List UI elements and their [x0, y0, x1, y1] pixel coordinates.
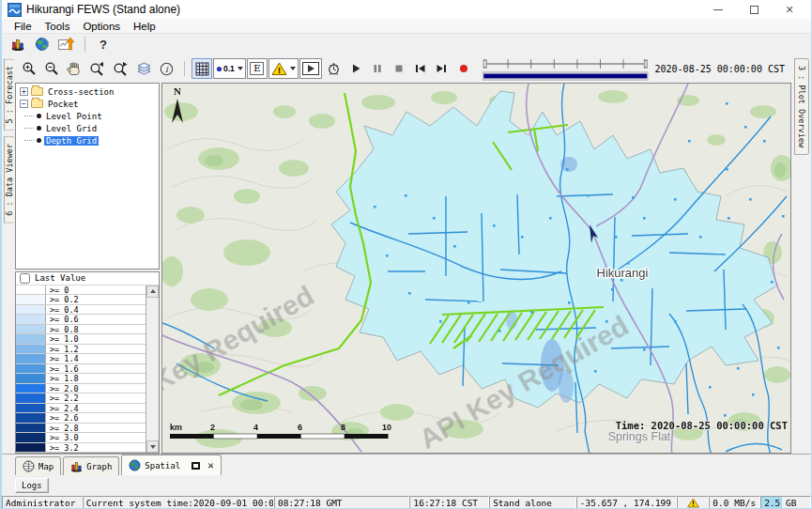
- tree-leaf[interactable]: Depth Grid: [16, 134, 159, 147]
- timer-button[interactable]: [323, 58, 345, 79]
- tree-folder[interactable]: −Pocket: [16, 98, 159, 110]
- zoom-next-button[interactable]: [110, 58, 132, 79]
- legend-row[interactable]: >= 0.6: [16, 315, 146, 325]
- layers-button[interactable]: [133, 58, 155, 79]
- pause-icon: [371, 62, 384, 75]
- legend-row[interactable]: >= 2.4: [16, 404, 146, 414]
- zoom-in-icon: [22, 61, 38, 77]
- play-button[interactable]: [345, 58, 366, 79]
- legend-color-swatch: [16, 354, 46, 363]
- spatial-display-button[interactable]: [54, 35, 79, 54]
- stop-button[interactable]: [389, 58, 409, 79]
- legend-color-swatch: [16, 364, 46, 374]
- legend-row[interactable]: >= 1.0: [16, 334, 146, 345]
- tab-data-viewer[interactable]: 6 : Data Viewer: [4, 136, 14, 224]
- legend-color-swatch: [16, 374, 46, 383]
- database-viewer-button[interactable]: [6, 35, 30, 54]
- legend-row[interactable]: >= 0.8: [16, 325, 146, 335]
- legend-row[interactable]: >= 3.2: [16, 443, 146, 454]
- legend-row[interactable]: >= 2.6: [16, 413, 146, 424]
- app-window: Hikurangi FEWS (Stand alone) ✕ File Tool…: [0, 0, 812, 509]
- status-memory[interactable]: 2.5 GB: [760, 496, 811, 509]
- legend-scrollbar[interactable]: [146, 285, 159, 454]
- pan-button[interactable]: [64, 58, 85, 79]
- minimize-icon[interactable]: [700, 1, 736, 18]
- tree-leaf[interactable]: Level Grid: [16, 122, 159, 134]
- svg-text:i: i: [165, 65, 169, 74]
- status-mode: Stand alone: [489, 496, 576, 509]
- dock-maximize-icon[interactable]: [192, 462, 200, 470]
- tree-leaf-label[interactable]: Depth Grid: [44, 136, 99, 146]
- grid-button[interactable]: [192, 58, 212, 79]
- title-bar[interactable]: Hikurangi FEWS (Stand alone) ✕: [2, 0, 811, 19]
- tree-folder[interactable]: +Cross-section: [16, 85, 159, 98]
- warnings-button[interactable]: !: [268, 58, 299, 79]
- zoom-previous-button[interactable]: [86, 58, 109, 79]
- legend-row[interactable]: >= 0: [16, 285, 146, 296]
- map-canvas[interactable]: API Key Required API Key Required N Hiku…: [162, 84, 791, 454]
- legend-color-swatch: [16, 424, 46, 433]
- step-forward-button[interactable]: [432, 58, 452, 79]
- data-panel: +Cross-section−PocketLevel PointLevel Gr…: [15, 83, 161, 454]
- tab-plot-overview[interactable]: 3 : Plot Overview: [794, 58, 809, 155]
- status-warning-cell[interactable]: !: [677, 496, 709, 509]
- logs-button[interactable]: Logs: [15, 478, 49, 493]
- scroll-up-icon[interactable]: [146, 285, 159, 298]
- logs-row: Logs: [2, 475, 811, 496]
- map-view[interactable]: API Key Required API Key Required N Hiku…: [161, 83, 791, 454]
- threshold-value-label: 0.1: [223, 64, 235, 73]
- expand-toggle-icon[interactable]: −: [20, 100, 28, 108]
- tab-graph[interactable]: Graph: [63, 456, 119, 475]
- toolbar-separator: [84, 37, 85, 52]
- legend-row[interactable]: >= 0.2: [16, 295, 146, 305]
- tab-forecast[interactable]: 5 : Forecast: [4, 58, 14, 131]
- record-button[interactable]: [453, 58, 474, 79]
- legend-row[interactable]: >= 1.8: [16, 374, 146, 384]
- threshold-value-button[interactable]: 0.1: [213, 58, 246, 79]
- close-icon[interactable]: ✕: [772, 1, 807, 18]
- expand-toggle-icon[interactable]: +: [20, 87, 28, 96]
- help-button[interactable]: ?: [91, 35, 115, 54]
- tab-spatial[interactable]: Spatial ✕: [121, 455, 222, 475]
- legend-color-swatch: [16, 334, 46, 344]
- menu-options[interactable]: Options: [76, 21, 127, 32]
- dock-close-icon[interactable]: ✕: [207, 459, 214, 471]
- scroll-down-icon[interactable]: [146, 440, 159, 453]
- last-value-checkbox[interactable]: [20, 273, 30, 284]
- tree-folder-label[interactable]: Pocket: [46, 100, 81, 109]
- legend-row[interactable]: >= 1.2: [16, 345, 146, 355]
- step-forward-icon: [435, 62, 449, 75]
- pause-button[interactable]: [367, 58, 388, 79]
- legend-row[interactable]: >= 2.2: [16, 393, 146, 404]
- play-icon: [349, 62, 362, 75]
- zoom-in-button[interactable]: [19, 58, 40, 79]
- menu-tools[interactable]: Tools: [38, 21, 77, 32]
- tree-folder-label[interactable]: Cross-section: [46, 87, 115, 97]
- legend-row[interactable]: >= 2.0: [16, 384, 146, 394]
- legend-row[interactable]: >= 3.0: [16, 433, 146, 443]
- tree-leaf[interactable]: Level Point: [16, 110, 159, 122]
- tab-map[interactable]: Map: [15, 456, 61, 475]
- info-button[interactable]: i: [156, 58, 177, 79]
- legend-row[interactable]: >= 2.8: [16, 424, 146, 434]
- legend-value-label: >= 2.4: [46, 404, 79, 413]
- threshold-dot-icon: [216, 66, 222, 72]
- menu-file[interactable]: File: [8, 21, 38, 32]
- step-backward-button[interactable]: [410, 58, 431, 79]
- map-display-button[interactable]: [30, 35, 54, 54]
- labels-button[interactable]: E: [247, 58, 268, 79]
- animation-button[interactable]: [299, 58, 322, 79]
- grid-icon: [195, 62, 209, 76]
- legend-row[interactable]: >= 1.4: [16, 354, 146, 364]
- time-slider[interactable]: [483, 56, 649, 82]
- tree-leaf-label[interactable]: Level Grid: [44, 124, 99, 133]
- maximize-icon[interactable]: [736, 1, 772, 18]
- chevron-down-icon: [290, 67, 296, 70]
- legend-color-swatch: [16, 285, 46, 295]
- menu-help[interactable]: Help: [127, 21, 162, 32]
- tree-leaf-label[interactable]: Level Point: [44, 112, 104, 121]
- legend-row[interactable]: >= 1.6: [16, 364, 146, 375]
- zoom-out-button[interactable]: [41, 58, 63, 79]
- legend-row[interactable]: >= 0.4: [16, 305, 146, 316]
- tree-view[interactable]: +Cross-section−PocketLevel PointLevel Gr…: [15, 83, 160, 270]
